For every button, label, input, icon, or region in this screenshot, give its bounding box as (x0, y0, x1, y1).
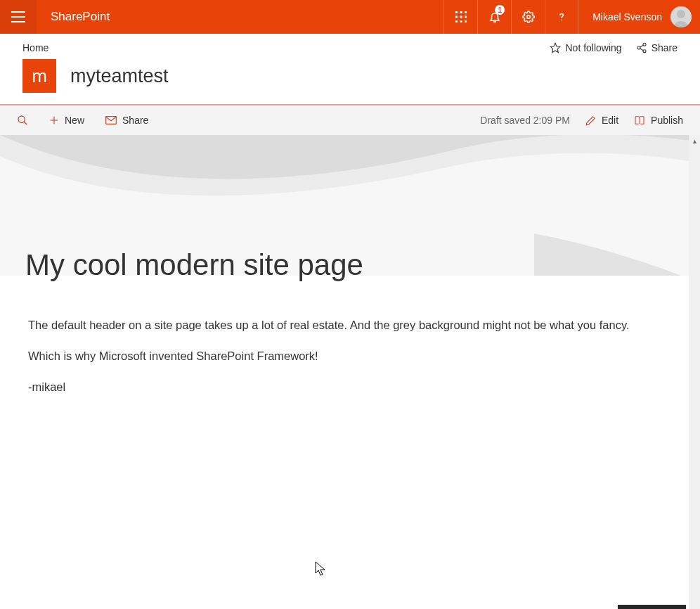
feedback-button[interactable]: Feedback (618, 605, 686, 609)
svg-marker-16 (551, 43, 560, 52)
waffle-icon (455, 11, 467, 23)
site-header: Home m myteamtest Not following Share (0, 34, 700, 104)
avatar-icon (670, 6, 692, 27)
svg-rect-4 (460, 11, 462, 13)
notifications-button[interactable]: 1 (477, 0, 511, 34)
svg-rect-9 (455, 20, 458, 23)
paragraph-1: The default header on a site page takes … (28, 317, 672, 334)
suite-bar-spacer (124, 0, 443, 34)
svg-point-15 (677, 10, 685, 18)
suite-bar: SharePoint 1 (0, 0, 700, 34)
site-actions: Not following Share (550, 42, 678, 53)
user-name-label: Mikael Svenson (592, 11, 662, 23)
help-button[interactable] (545, 0, 578, 34)
user-menu-button[interactable]: Mikael Svenson (578, 0, 700, 34)
star-icon (550, 42, 561, 53)
page-title[interactable]: My cool modern site page (25, 248, 363, 282)
page-hero[interactable]: My cool modern site page (0, 135, 700, 295)
share-label: Share (122, 115, 148, 126)
svg-rect-5 (465, 11, 467, 13)
scroll-up-arrow[interactable]: ▴ (689, 135, 700, 146)
not-following-label: Not following (565, 42, 621, 53)
svg-line-20 (640, 45, 643, 47)
gear-icon (522, 11, 535, 23)
publish-label: Publish (651, 115, 683, 126)
breadcrumb-home-link[interactable]: Home (22, 42, 48, 53)
page-body[interactable]: The default header on a site page takes … (0, 295, 700, 432)
svg-point-22 (18, 116, 25, 122)
suite-bar-left: SharePoint (0, 0, 124, 34)
edit-button[interactable]: Edit (585, 115, 618, 126)
site-share-button[interactable]: Share (636, 42, 678, 53)
share-icon (636, 42, 647, 53)
svg-point-13 (561, 20, 562, 21)
svg-rect-8 (465, 16, 467, 18)
command-bar: New Share Draft saved 2:09 PM Edit (0, 105, 700, 135)
paragraph-2: Which is why Microsoft invented SharePoi… (28, 348, 672, 365)
settings-button[interactable] (511, 0, 545, 34)
site-share-label: Share (652, 42, 678, 53)
svg-point-17 (643, 43, 646, 46)
svg-line-21 (640, 49, 643, 51)
help-icon (555, 11, 568, 23)
site-logo-letter: m (32, 65, 47, 87)
svg-rect-11 (465, 20, 467, 23)
paragraph-signature: -mikael (28, 379, 672, 396)
svg-rect-3 (455, 11, 458, 13)
svg-point-19 (643, 50, 646, 53)
publish-button[interactable]: Publish (634, 115, 683, 126)
svg-line-23 (24, 122, 27, 124)
plus-icon (49, 115, 59, 125)
command-bar-right: Draft saved 2:09 PM Edit Publish (480, 115, 683, 126)
site-header-row: m myteamtest (22, 59, 678, 93)
scrollbar[interactable]: ▴ ▾ (689, 135, 700, 609)
svg-rect-6 (455, 16, 458, 18)
svg-point-18 (637, 46, 640, 49)
not-following-button[interactable]: Not following (550, 42, 621, 53)
new-label: New (65, 115, 84, 126)
search-button[interactable] (17, 115, 28, 126)
mouse-cursor-icon (315, 561, 326, 577)
app-grid-button[interactable] (443, 0, 477, 34)
new-button[interactable]: New (49, 115, 84, 126)
site-logo[interactable]: m (22, 59, 56, 93)
app-name[interactable]: SharePoint (37, 0, 124, 34)
site-title[interactable]: myteamtest (70, 65, 169, 87)
command-bar-left: New Share (17, 115, 148, 126)
draft-status: Draft saved 2:09 PM (480, 115, 570, 126)
share-button[interactable]: Share (105, 115, 148, 126)
svg-rect-7 (460, 16, 462, 18)
search-icon (17, 115, 28, 126)
pencil-icon (585, 115, 596, 126)
app-launcher-button[interactable] (0, 0, 37, 34)
hamburger-icon (11, 11, 25, 23)
svg-rect-10 (460, 20, 462, 23)
notification-badge: 1 (495, 5, 505, 15)
avatar (670, 6, 692, 27)
book-icon (634, 115, 645, 126)
svg-point-12 (526, 15, 530, 19)
edit-label: Edit (602, 115, 618, 126)
suite-bar-icons: 1 (443, 0, 578, 34)
app-name-label: SharePoint (51, 10, 110, 24)
mail-icon (105, 116, 117, 124)
page-scroll-area: My cool modern site page The default hea… (0, 135, 700, 609)
